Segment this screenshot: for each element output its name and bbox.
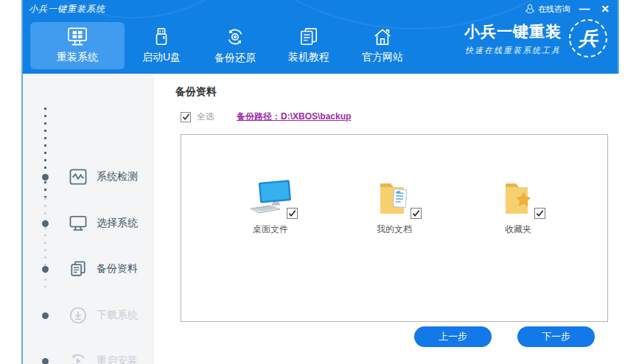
nav-label: 官方网站 [362,51,403,64]
checkmark-icon [412,209,420,217]
sidebar-item-backup-data[interactable]: 备份资料 [23,258,154,280]
monitor-grid-icon [66,27,88,46]
backup-item-desktop-files[interactable]: 桌面文件 [244,179,297,321]
tutorial-docs-icon [298,27,319,46]
restart-icon [69,351,88,364]
sidebar-item-label: 下载系统 [97,309,138,322]
sidebar-item-restart-install[interactable]: 重启安装 [23,350,154,364]
main-nav: 重装系统 启动U盘 [30,19,419,72]
step-dot [42,358,49,364]
waveform-icon [69,167,88,186]
brand-logo: 小兵一键重装 快速在线重装系统工具 兵 [464,19,607,57]
step-dot [42,266,49,273]
step-dot [42,174,49,181]
select-all-checkbox[interactable] [181,112,191,122]
select-all-label: 全选 [197,111,214,123]
nav-label: 备份还原 [214,52,256,65]
nav-item-tutorial[interactable]: 装机教程 [272,22,346,69]
brand-emblem-icon: 兵 [569,19,607,57]
checkmark-icon [182,113,190,121]
close-button[interactable]: ✕ [598,0,612,18]
app-window: 小兵一键重装系统 在线咨询 — [21,0,619,364]
sidebar-steps: 系统检测 选择系统 [23,74,154,364]
brand-emblem-glyph: 兵 [579,26,598,52]
checkmark-icon [288,209,296,217]
sidebar-item-label: 备份资料 [97,262,138,276]
sidebar-item-label: 系统检测 [97,170,138,183]
my-documents-checkbox[interactable] [411,208,422,219]
online-consult-button[interactable]: 在线咨询 [525,4,570,15]
checkmark-icon [536,209,544,217]
nav-label: 装机教程 [288,51,329,64]
titlebar: 小兵一键重装系统 在线咨询 — [23,0,618,18]
backup-items-box: 桌面文件 [181,134,608,322]
sidebar-item-system-check[interactable]: 系统检测 [23,166,154,188]
backup-item-label: 桌面文件 [244,223,297,236]
nav-label: 启动U盘 [142,51,181,64]
window-title: 小兵一键重装系统 [29,3,105,15]
sidebar-item-download-system[interactable]: 下载系统 [23,304,154,326]
screen: 小兵一键重装系统 在线咨询 — [0,0,639,364]
minimize-button[interactable]: — [578,0,591,18]
nav-item-official-site[interactable]: 官方网站 [346,22,419,69]
usb-drive-icon [152,27,171,46]
nav-item-reinstall-system[interactable]: 重装系统 [30,22,125,69]
desktop-files-checkbox[interactable] [287,208,298,219]
backup-restore-icon [225,27,245,47]
nav-label: 重装系统 [57,51,98,64]
step-dot [42,312,49,319]
backup-item-label: 收藏夹 [492,223,545,236]
page-title: 备份资料 [175,85,217,99]
monitor-icon [69,214,88,233]
brand-subtitle: 快速在线重装系统工具 [464,45,562,56]
backup-item-favorites[interactable]: 收藏夹 [492,179,545,321]
sidebar-item-label: 重启安装 [97,354,138,364]
header: 小兵一键重装系统 在线咨询 — [23,0,618,74]
previous-step-button[interactable]: 上一步 [414,326,492,347]
favorites-checkbox[interactable] [534,208,545,219]
main-panel: 备份资料 全选 备份路径：D:\XBOS\backup [154,74,619,364]
select-all-row: 全选 备份路径：D:\XBOS\backup [181,111,351,123]
nav-item-boot-usb[interactable]: 启动U盘 [125,22,198,69]
step-dot [42,220,49,227]
sidebar-item-label: 选择系统 [97,217,138,230]
backup-item-label: 我的文档 [368,223,421,236]
backup-path-link[interactable]: 备份路径：D:\XBOS\backup [237,111,351,123]
home-icon [372,27,393,46]
sidebar-item-select-system[interactable]: 选择系统 [23,212,154,234]
nav-item-backup-restore[interactable]: 备份还原 [198,22,272,69]
qq-penguin-icon [525,4,535,14]
download-circle-icon [69,306,88,325]
next-step-button[interactable]: 下一步 [517,326,595,347]
backup-item-my-documents[interactable]: 我的文档 [368,179,421,321]
documents-icon [69,259,88,279]
brand-title: 小兵一键重装 [464,21,562,42]
online-consult-label: 在线咨询 [538,4,570,15]
